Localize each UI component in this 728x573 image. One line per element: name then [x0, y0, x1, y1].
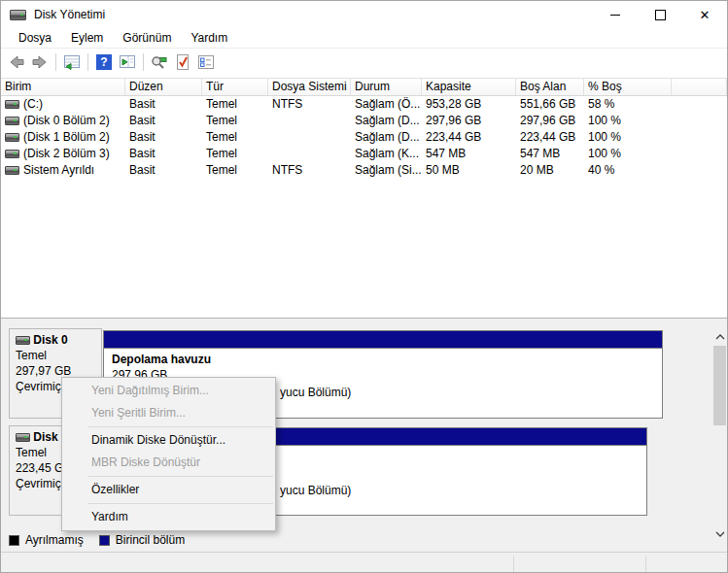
menu-item-ozellikler[interactable]: Özellikler [62, 479, 275, 501]
window-title: Disk Yönetimi [34, 8, 105, 21]
menu-eylem[interactable]: Eylem [61, 29, 113, 47]
disk-icon [16, 336, 30, 345]
back-icon [7, 53, 26, 71]
check-document-button[interactable] [171, 51, 194, 73]
toolbar-separator [87, 53, 88, 71]
maximize-icon [655, 10, 666, 20]
checklist-button[interactable] [194, 51, 218, 73]
chevron-down-icon [715, 531, 725, 537]
statusbar-divider [645, 556, 646, 573]
status-bar [1, 552, 728, 573]
toolbar: ? [1, 48, 727, 76]
table-row[interactable]: Sistem Ayrıldı Basit Temel NTFS Sağlam (… [1, 162, 727, 179]
menu-bar: Dosya Eylem Görünüm Yardım [1, 28, 727, 48]
back-button[interactable] [5, 51, 28, 73]
volume-icon [5, 166, 19, 175]
minimize-button[interactable] [593, 1, 638, 28]
volume-icon [5, 100, 19, 109]
column-header-birim[interactable]: Birim [1, 79, 125, 95]
column-header-yuzde-bos[interactable]: % Boş [584, 79, 672, 95]
unallocated-swatch [9, 535, 19, 546]
column-header-empty [672, 79, 727, 95]
menu-item-mbr-diske-donustur: MBR Diske Dönüştür [62, 452, 275, 474]
close-button[interactable]: ✕ [682, 1, 727, 28]
menu-item-yeni-seritli-birim: Yeni Şeritli Birim... [62, 402, 275, 424]
scroll-down-button[interactable] [712, 525, 727, 542]
table-row[interactable]: (Disk 2 Bölüm 3) Basit Temel Sağlam (K..… [1, 146, 727, 162]
menu-dosya[interactable]: Dosya [9, 29, 61, 47]
check-document-icon [173, 53, 192, 71]
menu-separator [88, 426, 273, 427]
maximize-button[interactable] [638, 1, 682, 28]
help-button[interactable]: ? [92, 51, 116, 73]
column-header-bos-alan[interactable]: Boş Alan [516, 79, 584, 95]
checklist-icon [196, 53, 216, 71]
menu-yardim[interactable]: Yardım [181, 29, 237, 47]
table-row[interactable]: (Disk 0 Bölüm 2) Basit Temel Sağlam (D..… [1, 113, 727, 129]
column-header-tur[interactable]: Tür [202, 79, 268, 95]
column-header-dosya-sistemi[interactable]: Dosya Sistemi [268, 79, 351, 95]
disk-management-window: Disk Yönetimi ✕ Dosya Eylem Görünüm Yard… [0, 0, 728, 573]
volume-icon [5, 133, 19, 142]
menu-separator [88, 476, 273, 477]
show-action-pane-button[interactable] [116, 51, 139, 73]
statusbar-divider [513, 556, 514, 573]
volume-table-body: (C:) Basit Temel NTFS Sağlam (Ö... 953,2… [1, 96, 727, 179]
chevron-up-icon [715, 334, 725, 340]
forward-button[interactable] [28, 51, 52, 73]
toolbar-separator [143, 53, 144, 71]
action-pane-icon [118, 53, 137, 71]
app-icon [10, 10, 26, 20]
disk1-partition-status-fragment: yucu Bölümü) [280, 484, 351, 497]
show-console-tree-button[interactable] [60, 51, 84, 73]
toolbar-separator [55, 53, 56, 71]
legend-item-primary: Birincil bölüm [99, 533, 185, 547]
console-tree-icon [62, 53, 82, 71]
forward-icon [30, 53, 50, 71]
primary-partition-swatch [99, 535, 110, 546]
volume-icon [5, 117, 19, 125]
disk-rescan-button[interactable] [148, 51, 171, 73]
help-icon: ? [96, 54, 112, 70]
disk0-partition-color-strip [104, 331, 662, 349]
table-row[interactable]: (Disk 1 Bölüm 2) Basit Temel Sağlam (D..… [1, 129, 727, 146]
context-menu: Yeni Dağıtılmış Birim... Yeni Şeritli Bi… [61, 377, 276, 531]
magnifier-disk-icon [150, 53, 169, 71]
volume-table-header: Birim Düzen Tür Dosya Sistemi Durum Kapa… [1, 78, 727, 96]
volume-icon [5, 150, 19, 158]
minimize-icon [610, 15, 620, 16]
menu-gorunum[interactable]: Görünüm [113, 29, 181, 47]
column-header-kapasite[interactable]: Kapasite [422, 79, 516, 95]
menu-item-yardim[interactable]: Yardım [62, 506, 275, 528]
disk-icon [16, 433, 30, 442]
menu-item-dinamik-diske-donustur[interactable]: Dinamik Diske Dönüştür... [62, 429, 275, 452]
disk0-partition-name: Depolama havuzu [112, 352, 662, 367]
menu-separator [88, 503, 273, 504]
column-header-duzen[interactable]: Düzen [125, 79, 202, 95]
scrollbar-thumb[interactable] [713, 346, 726, 425]
table-row[interactable]: (C:) Basit Temel NTFS Sağlam (Ö... 953,2… [1, 96, 727, 113]
title-bar: Disk Yönetimi ✕ [1, 1, 727, 28]
menu-item-yeni-dagitilmis-birim: Yeni Dağıtılmış Birim... [62, 380, 275, 402]
column-header-durum[interactable]: Durum [351, 79, 422, 95]
scroll-up-button[interactable] [712, 328, 727, 345]
legend-item-unallocated: Ayrılmamış [9, 533, 84, 547]
vertical-scrollbar[interactable] [712, 328, 727, 542]
disk0-type: Temel [16, 348, 101, 363]
close-icon: ✕ [700, 9, 711, 21]
window-controls: ✕ [593, 1, 727, 28]
legend: Ayrılmamış Birincil bölüm [9, 533, 200, 547]
disk0-partition-status-fragment: yucu Bölümü) [280, 386, 351, 399]
volume-list-pane: Birim Düzen Tür Dosya Sistemi Durum Kapa… [1, 75, 727, 318]
